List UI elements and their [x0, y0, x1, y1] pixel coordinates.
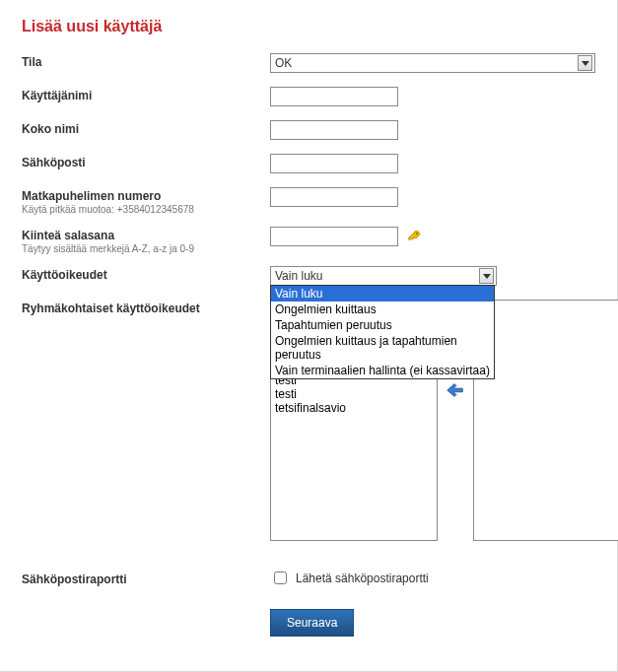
select-permissions-value: Vain luku: [275, 269, 322, 283]
label-tila: Tila: [22, 55, 270, 69]
row-phone: Matkapuhelimen numero Käytä pitkää muoto…: [22, 187, 595, 215]
select-tila-value: OK: [275, 56, 292, 70]
chevron-down-icon: [578, 55, 592, 71]
checkbox-email-report[interactable]: [274, 571, 287, 584]
checkbox-email-report-text: Lähetä sähköpostiraportti: [296, 571, 429, 585]
row-email: Sähköposti: [22, 154, 595, 175]
label-username: Käyttäjänimi: [22, 89, 270, 102]
permissions-option[interactable]: Ongelmien kuittaus: [271, 302, 494, 317]
label-permissions: Käyttöoikeudet: [22, 268, 270, 282]
input-phone[interactable]: [270, 187, 398, 207]
permissions-option[interactable]: Vain terminaalien hallinta (ei kassavirt…: [271, 363, 494, 378]
list-item[interactable]: testi: [271, 387, 437, 401]
row-fullname: Koko nimi: [22, 120, 595, 142]
label-email: Sähköposti: [22, 156, 270, 169]
input-fullname[interactable]: [270, 120, 398, 140]
label-email-report: Sähköpostiraportti: [22, 572, 270, 586]
input-password[interactable]: [270, 227, 398, 246]
row-tila: Tila OK: [22, 53, 595, 75]
list-item[interactable]: tetsifinalsavio: [271, 401, 437, 415]
permissions-dropdown: Vain luku Ongelmien kuittaus Tapahtumien…: [270, 285, 495, 379]
label-password: Kiinteä salasana: [22, 229, 270, 242]
hint-phone: Käytä pitkää muotoa: +3584012345678: [22, 204, 270, 215]
selected-groups-listbox[interactable]: [473, 300, 618, 541]
key-icon[interactable]: [406, 229, 422, 244]
permissions-option[interactable]: Vain luku: [271, 286, 494, 302]
add-user-panel: Lisää uusi käyttäjä Tila OK Käyttäjänimi…: [0, 0, 618, 672]
label-fullname: Koko nimi: [22, 122, 270, 136]
permissions-option[interactable]: Tapahtumien peruutus: [271, 317, 494, 333]
label-phone: Matkapuhelimen numero: [22, 189, 270, 203]
row-permissions: Käyttöoikeudet Vain luku Vain luku Ongel…: [22, 266, 595, 288]
input-email[interactable]: [270, 154, 398, 173]
row-password: Kiinteä salasana Täytyy sisältää merkkej…: [22, 227, 595, 254]
row-username: Käyttäjänimi: [22, 87, 595, 108]
page-title: Lisää uusi käyttäjä: [22, 18, 595, 35]
permissions-option[interactable]: Ongelmien kuittaus ja tapahtumien peruut…: [271, 333, 494, 363]
svg-point-0: [416, 233, 418, 235]
row-email-report: Sähköpostiraportti Lähetä sähköpostirapo…: [22, 569, 595, 587]
label-group-permissions: Ryhmäkohtaiset käyttöoikeudet: [22, 302, 270, 315]
checkbox-email-report-label[interactable]: Lähetä sähköpostiraportti: [270, 569, 595, 587]
next-button[interactable]: Seuraava: [270, 609, 354, 637]
hint-password: Täytyy sisältää merkkejä A-Z, a-z ja 0-9: [22, 243, 270, 254]
select-tila[interactable]: OK: [270, 53, 595, 73]
input-username[interactable]: [270, 87, 398, 106]
select-permissions[interactable]: Vain luku: [270, 266, 497, 286]
arrow-left-icon[interactable]: [445, 379, 466, 404]
chevron-down-icon: [479, 268, 494, 284]
